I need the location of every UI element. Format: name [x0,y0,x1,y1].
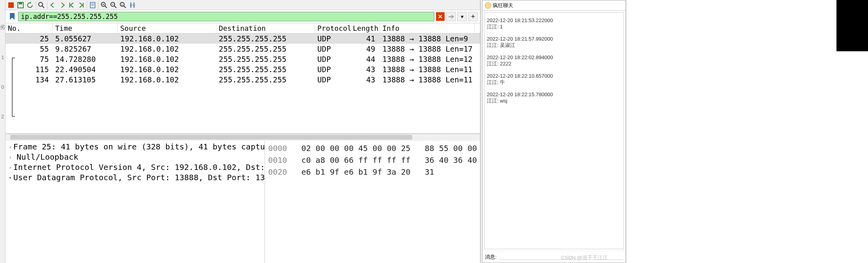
packet-bytes[interactable]: 0000 02 00 00 00 45 00 00 25 88 55 00 00… [265,141,480,263]
zoom-out-icon[interactable] [110,1,117,9]
col-source-header[interactable]: Source [118,23,216,33]
related-bracket-icon [12,58,15,117]
cell-length: 41 [350,34,380,44]
table-row[interactable]: 255.055627192.168.0.102255.255.255.255UD… [6,34,480,44]
table-row[interactable]: 7514.728280192.168.0.102255.255.255.255U… [6,54,480,64]
chat-log[interactable]: 2022-12-20 18:21:53.222000江江: 12022-12-2… [484,12,624,249]
cell-length: 43 [350,75,380,85]
cell-source: 192.168.0.102 [118,54,216,64]
cell-proto: UDP [315,64,350,75]
gutter-mark: 1 [0,54,5,60]
cell-source: 192.168.0.102 [118,44,216,54]
cell-proto: UDP [315,54,350,64]
chat-text: 江江: 2222 [487,60,621,67]
chevron-right-icon[interactable]: › [9,154,15,160]
chat-titlebar[interactable]: 疯狂聊天 [482,0,626,11]
resize-cols-icon[interactable] [129,1,136,9]
display-filter-input[interactable] [18,12,434,21]
gutter-mark: 2 [0,114,5,119]
hex-row[interactable]: 0010 c0 a8 00 66 ff ff ff ff 36 40 36 40 [268,154,477,166]
chat-timestamp: 2022-12-20 18:21:53.222000 [487,17,621,23]
reload-icon[interactable] [26,1,34,9]
svg-line-9 [105,6,107,8]
cell-length: 43 [350,64,380,75]
detail-tree-item[interactable]: ▾User Datagram Protocol, Src Port: 13888… [6,172,264,183]
col-no-header[interactable]: No. [6,23,53,33]
cell-info: 13888 → 13888 Len=17 [380,44,475,54]
table-row[interactable]: 13427.613105192.168.0.102255.255.255.255… [6,75,480,85]
chat-message: 2022-12-20 18:22:10.657000江江: 牛 [484,68,624,87]
col-info-header[interactable]: Info [380,23,475,33]
cell-source: 192.168.0.102 [118,64,216,75]
cell-proto: UDP [315,75,350,85]
chevron-down-icon[interactable]: ▾ [9,175,12,181]
add-filter-icon[interactable]: + [468,12,478,21]
gutter-mark: 0 [0,84,5,90]
apply-filter-icon[interactable]: ➔ [446,12,456,21]
table-row[interactable]: 11522.490504192.168.0.102255.255.255.255… [6,64,480,75]
col-dest-header[interactable]: Destination [216,23,315,33]
wireshark-main: 1 ✕ ➔ ▾ + No. Time Source Destination Pr… [6,0,481,263]
go-back-icon[interactable] [49,1,57,9]
hex-bytes: c0 a8 00 66 ff ff ff ff 36 40 36 40 [301,155,477,165]
chat-app-icon [485,2,491,9]
svg-rect-0 [8,2,14,8]
chat-window: 疯狂聊天 2022-12-20 18:21:53.222000江江: 12022… [482,0,626,263]
zoom-in-icon[interactable] [100,1,108,9]
go-first-icon[interactable] [68,1,76,9]
col-length-header[interactable]: Length [350,23,380,33]
cell-no: 25 [6,34,53,44]
table-row[interactable]: 559.825267192.168.0.102255.255.255.255UD… [6,44,480,54]
cell-length: 44 [350,54,380,64]
col-time-header[interactable]: Time [53,23,118,33]
chat-timestamp: 2022-12-20 18:21:57.992000 [487,36,621,42]
hex-offset: 0010 [268,155,287,165]
go-last-icon[interactable] [77,1,85,9]
chat-text: 江江: 牛 [487,79,621,86]
hex-row[interactable]: 0020 e6 b1 9f e6 b1 9f 3a 20 31 [268,166,477,178]
cell-source: 192.168.0.102 [118,75,216,85]
left-gutter: 劣102 [0,0,6,263]
detail-text: Frame 25: 41 bytes on wire (328 bits), 4… [13,142,265,151]
svg-line-4 [42,6,44,8]
cell-source: 192.168.0.102 [118,34,216,44]
autoscroll-icon[interactable] [89,1,97,9]
cell-dest: 255.255.255.255 [216,64,315,75]
hex-offset: 0020 [268,167,287,177]
chevron-right-icon[interactable]: › [9,164,12,170]
hex-row[interactable]: 0000 02 00 00 00 45 00 00 25 88 55 00 00 [268,142,477,154]
clear-filter-icon[interactable]: ✕ [436,12,445,21]
find-icon[interactable] [37,1,45,9]
hex-bytes: 02 00 00 00 45 00 00 25 88 55 00 00 [301,144,477,153]
detail-tree-item[interactable]: ›Frame 25: 41 bytes on wire (328 bits), … [6,142,264,152]
chat-text: 江江: wsj [487,97,621,104]
col-proto-header[interactable]: Protocol [315,23,350,33]
hex-offset: 0000 [268,144,287,153]
left-red-icon[interactable] [7,1,15,9]
chat-message: 2022-12-20 18:22:02.894000江江: 2222 [484,50,624,68]
chevron-right-icon[interactable]: › [9,144,12,150]
detail-tree-item[interactable]: ›Internet Protocol Version 4, Src: 192.1… [6,162,264,172]
cell-info: 13888 → 13888 Len=9 [380,34,475,44]
watermark-text: CSDN @混子王江江 [561,254,608,261]
cell-info: 13888 → 13888 Len=12 [380,54,475,64]
detail-tree-item[interactable]: ›Null/Loopback [6,152,264,162]
packet-header-row: No. Time Source Destination Protocol Len… [6,23,480,34]
hex-bytes: e6 b1 9f e6 b1 9f 3a 20 31 [301,167,434,177]
cell-dest: 255.255.255.255 [216,44,315,54]
save-icon[interactable] [17,1,24,9]
packet-details[interactable]: ›Frame 25: 41 bytes on wire (328 bits), … [6,141,265,263]
chat-timestamp: 2022-12-20 18:22:10.657000 [487,73,621,79]
go-fwd-icon[interactable] [58,1,66,9]
filter-history-icon[interactable]: ▾ [457,12,467,21]
chat-title-text: 疯狂聊天 [493,2,513,9]
cell-time: 22.490504 [53,64,118,75]
filter-row: ✕ ➔ ▾ + [6,10,480,23]
scrollbar-thumb[interactable] [10,135,412,140]
svg-rect-2 [19,2,22,4]
chat-timestamp: 2022-12-20 18:22:02.894000 [487,54,621,60]
bookmark-icon[interactable] [8,12,17,21]
zoom-reset-icon[interactable]: 1 [119,1,127,9]
h-scrollbar[interactable] [6,134,480,141]
detail-text: Internet Protocol Version 4, Src: 192.16… [13,162,265,172]
